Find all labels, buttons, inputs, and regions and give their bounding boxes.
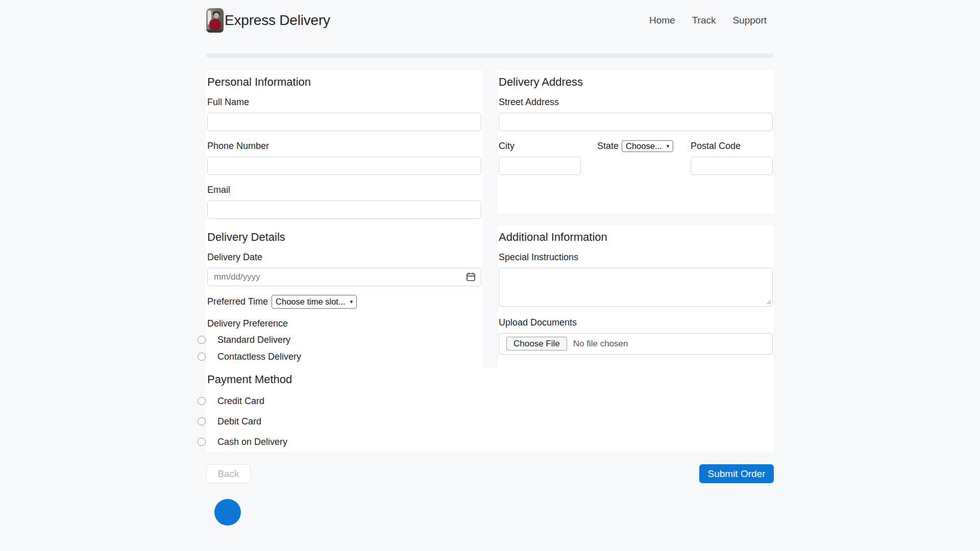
postal-code-field: Postal Code — [691, 141, 773, 175]
brand: Express Delivery — [206, 8, 330, 33]
logo-base-shape — [206, 30, 224, 33]
delivery-address-section: Delivery Address Street Address City Sta… — [498, 70, 774, 213]
credit-card-radio[interactable] — [198, 397, 206, 405]
chevron-down-icon: ▾ — [350, 298, 353, 305]
brand-title: Express Delivery — [225, 12, 330, 29]
delivery-details-title: Delivery Details — [207, 230, 481, 244]
state-label: State — [597, 141, 619, 152]
debit-card-option: Debit Card — [207, 416, 773, 428]
header: Express Delivery Home Track Support — [206, 0, 774, 41]
progress-bar — [206, 54, 774, 58]
city-state-postal-row: City State Choose... ▾ Postal Code — [499, 141, 773, 175]
state-select[interactable]: Choose... ▾ — [622, 140, 673, 152]
nav-link-home[interactable]: Home — [649, 15, 675, 26]
special-instructions-label: Special Instructions — [499, 252, 773, 263]
page-container: Express Delivery Home Track Support Pers… — [206, 0, 774, 525]
contactless-delivery-label: Contactless Delivery — [217, 352, 301, 362]
delivery-address-title: Delivery Address — [499, 75, 773, 89]
fab-button[interactable] — [214, 499, 241, 525]
phone-number-label: Phone Number — [207, 141, 481, 152]
delivery-date-label: Delivery Date — [207, 252, 481, 263]
personal-information-section: Personal Information Full Name Phone Num… — [206, 70, 482, 226]
email-label: Email — [207, 185, 481, 195]
full-name-input[interactable] — [207, 113, 481, 131]
resize-handle-icon[interactable] — [766, 299, 771, 305]
logo-face-shape — [214, 13, 219, 18]
street-address-label: Street Address — [499, 97, 773, 108]
city-input[interactable] — [499, 157, 581, 175]
state-selected-value: Choose... — [626, 141, 662, 151]
city-label: City — [499, 141, 581, 152]
main-nav: Home Track Support — [649, 15, 774, 26]
form-footer: Back Submit Order — [206, 464, 774, 483]
debit-card-label: Debit Card — [217, 416, 261, 427]
payment-method-section: Payment Method Credit Card Debit Card Ca… — [206, 368, 774, 452]
additional-information-section: Additional Information Special Instructi… — [498, 226, 774, 368]
credit-card-option: Credit Card — [207, 395, 773, 407]
contactless-delivery-option: Contactless Delivery — [207, 351, 481, 363]
credit-card-label: Credit Card — [217, 396, 264, 406]
special-instructions-textarea[interactable] — [499, 268, 773, 307]
postal-code-label: Postal Code — [691, 141, 773, 152]
choose-file-button[interactable]: Choose File — [506, 337, 567, 350]
cash-on-delivery-option: Cash on Delivery — [207, 436, 773, 448]
calendar-icon[interactable] — [467, 272, 475, 281]
postal-code-input[interactable] — [691, 157, 773, 175]
right-column: Delivery Address Street Address City Sta… — [498, 70, 774, 368]
street-address-input[interactable] — [499, 113, 773, 131]
cash-on-delivery-label: Cash on Delivery — [217, 437, 287, 447]
chevron-down-icon: ▾ — [667, 143, 670, 149]
delivery-date-field — [207, 268, 481, 286]
logo-red-shirt-shape — [209, 19, 221, 30]
back-button[interactable]: Back — [206, 464, 251, 483]
standard-delivery-option: Standard Delivery — [207, 334, 481, 346]
delivery-preference-label: Delivery Preference — [207, 318, 481, 329]
file-upload-box[interactable]: Choose File No file chosen — [499, 333, 773, 355]
contactless-delivery-radio[interactable] — [198, 353, 206, 361]
full-name-label: Full Name — [207, 97, 481, 108]
debit-card-radio[interactable] — [198, 417, 206, 425]
nav-link-support[interactable]: Support — [732, 15, 767, 26]
cash-on-delivery-radio[interactable] — [198, 438, 206, 446]
payment-method-title: Payment Method — [207, 372, 773, 387]
nav-link-track[interactable]: Track — [692, 15, 716, 26]
left-column: Personal Information Full Name Phone Num… — [206, 70, 482, 368]
standard-delivery-label: Standard Delivery — [217, 335, 290, 345]
submit-order-button[interactable]: Submit Order — [699, 464, 774, 483]
additional-information-title: Additional Information — [499, 230, 773, 244]
preferred-time-row: Preferred Time Choose time slot... ▾ — [207, 295, 481, 309]
time-slot-selected-value: Choose time slot... — [276, 297, 346, 307]
form-columns: Personal Information Full Name Phone Num… — [206, 70, 774, 368]
file-status-text: No file chosen — [573, 339, 628, 349]
phone-number-input[interactable] — [207, 157, 481, 175]
city-field: City — [499, 141, 581, 175]
email-input[interactable] — [207, 201, 481, 219]
delivery-date-input[interactable] — [207, 268, 481, 286]
delivery-details-section: Delivery Details Delivery Date Preferred… — [206, 226, 482, 368]
preferred-time-label: Preferred Time — [207, 296, 268, 307]
special-instructions-field — [499, 268, 773, 307]
personal-information-title: Personal Information — [207, 75, 481, 89]
standard-delivery-radio[interactable] — [198, 336, 206, 344]
state-field: State Choose... ▾ — [597, 141, 673, 175]
upload-documents-label: Upload Documents — [499, 317, 773, 328]
time-slot-select[interactable]: Choose time slot... ▾ — [272, 295, 357, 309]
courier-person-photo-logo — [206, 8, 224, 33]
